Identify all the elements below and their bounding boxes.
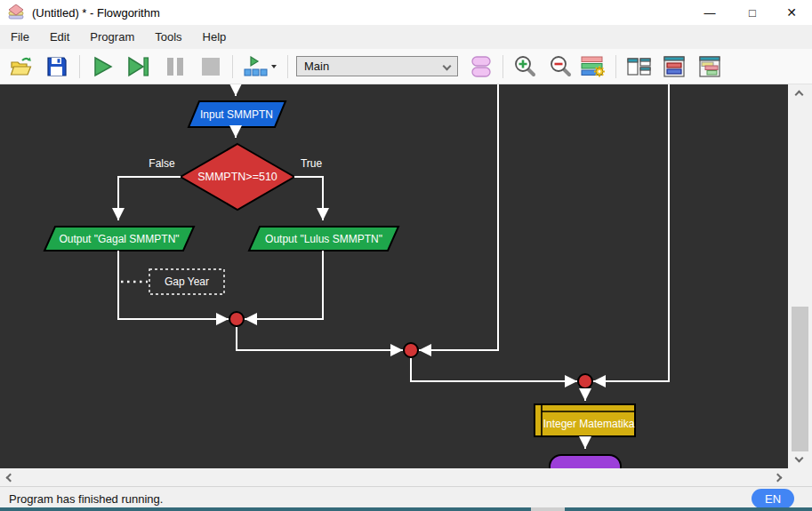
step-icon bbox=[126, 55, 149, 78]
declare-node-label: Integer Matematika bbox=[543, 418, 635, 430]
vertical-scrollbar[interactable] bbox=[788, 84, 812, 468]
function-manager-button[interactable] bbox=[469, 54, 494, 79]
save-button[interactable] bbox=[44, 54, 69, 79]
flow-line bbox=[294, 177, 323, 220]
menu-program[interactable]: Program bbox=[80, 26, 144, 48]
scrollbar-corner bbox=[788, 468, 812, 486]
merge-connector-2[interactable] bbox=[404, 343, 418, 357]
input-node-label: Input SMMPTN bbox=[200, 108, 273, 121]
console-window-icon bbox=[698, 56, 721, 77]
title-bar: (Untitled) * - Flowgorithm — □ ✕ bbox=[0, 0, 812, 25]
comment-node-label: Gap Year bbox=[165, 275, 209, 288]
flowchart: Input SMMPTN SMMPTN>=510 False True Outp… bbox=[0, 84, 788, 468]
flow-line bbox=[237, 327, 403, 350]
flow-line bbox=[593, 84, 669, 381]
toolbar-separator bbox=[502, 55, 503, 78]
function-selector-value: Main bbox=[304, 60, 444, 73]
toolbar-separator bbox=[79, 55, 80, 78]
open-button[interactable] bbox=[9, 54, 34, 79]
window-title: (Untitled) * - Flowgorithm bbox=[32, 6, 160, 20]
language-badge[interactable]: EN bbox=[752, 489, 794, 508]
horizontal-scrollbar[interactable] bbox=[0, 468, 788, 486]
zoom-in-icon bbox=[513, 54, 537, 78]
pause-icon bbox=[165, 56, 185, 77]
chart-style-settings-icon bbox=[581, 55, 606, 78]
run-icon bbox=[91, 55, 114, 78]
output-false-label: Output "Gagal SMMPTN" bbox=[59, 233, 179, 245]
output-true-label: Output "Lulus SMMPTN" bbox=[265, 233, 382, 245]
tile-windows-icon bbox=[627, 56, 651, 77]
minimize-button[interactable]: — bbox=[695, 0, 725, 25]
open-icon bbox=[10, 56, 33, 77]
merge-connector-1[interactable] bbox=[229, 312, 244, 326]
stop-icon bbox=[200, 56, 221, 77]
console-window-button[interactable] bbox=[697, 54, 722, 79]
scroll-right-icon[interactable] bbox=[774, 474, 783, 483]
variable-watch-window-button[interactable] bbox=[662, 54, 687, 79]
scroll-up-icon[interactable] bbox=[795, 91, 804, 100]
flow-line bbox=[411, 358, 577, 381]
menu-bar: File Edit Program Tools Help bbox=[0, 25, 812, 49]
toolbar-separator bbox=[615, 55, 616, 78]
run-button[interactable] bbox=[90, 54, 115, 79]
scroll-down-icon[interactable] bbox=[795, 454, 804, 463]
zoom-in-button[interactable] bbox=[512, 54, 537, 79]
menu-help[interactable]: Help bbox=[193, 26, 237, 48]
scroll-left-icon[interactable] bbox=[6, 474, 15, 483]
chart-style-settings-button[interactable] bbox=[581, 54, 606, 79]
status-message: Program has finished running. bbox=[9, 492, 163, 506]
function-selector[interactable]: Main bbox=[296, 56, 458, 76]
maximize-button[interactable]: □ bbox=[737, 0, 768, 25]
vertical-scrollbar-thumb[interactable] bbox=[792, 307, 808, 451]
merge-connector-3[interactable] bbox=[578, 374, 592, 388]
status-bar: Program has finished running. EN bbox=[0, 486, 812, 511]
chevron-down-icon bbox=[443, 62, 452, 71]
zoom-out-button[interactable] bbox=[548, 54, 573, 79]
run-to-button[interactable] bbox=[242, 54, 279, 79]
zoom-out-icon bbox=[549, 54, 573, 78]
run-to-icon bbox=[243, 55, 278, 78]
function-manager-icon bbox=[470, 54, 493, 79]
toolbar-separator bbox=[287, 55, 288, 78]
bottom-edge-notch bbox=[531, 507, 565, 511]
flow-line bbox=[245, 251, 323, 319]
bottom-edge-strip bbox=[0, 507, 812, 511]
end-terminal-node[interactable] bbox=[550, 455, 621, 468]
flow-line bbox=[118, 177, 181, 220]
tile-windows-button[interactable] bbox=[626, 54, 651, 79]
variable-watch-window-icon bbox=[663, 56, 686, 77]
flowchart-canvas[interactable]: Input SMMPTN SMMPTN>=510 False True Outp… bbox=[0, 84, 788, 468]
close-button[interactable]: ✕ bbox=[776, 0, 807, 25]
save-icon bbox=[46, 56, 68, 77]
toolbar: Main bbox=[0, 49, 812, 84]
branch-true-label: True bbox=[301, 157, 323, 170]
flow-line bbox=[419, 84, 498, 350]
decision-node-label: SMMPTN>=510 bbox=[197, 171, 277, 183]
flowgorithm-logo-icon bbox=[7, 4, 25, 20]
menu-file[interactable]: File bbox=[1, 26, 39, 48]
menu-tools[interactable]: Tools bbox=[145, 26, 191, 48]
step-button[interactable] bbox=[125, 54, 150, 79]
menu-edit[interactable]: Edit bbox=[40, 26, 79, 48]
stop-button[interactable] bbox=[198, 54, 223, 79]
branch-false-label: False bbox=[149, 157, 175, 170]
flowgorithm-window: (Untitled) * - Flowgorithm — □ ✕ File Ed… bbox=[0, 0, 812, 511]
pause-button[interactable] bbox=[163, 54, 188, 79]
toolbar-separator bbox=[232, 55, 233, 78]
